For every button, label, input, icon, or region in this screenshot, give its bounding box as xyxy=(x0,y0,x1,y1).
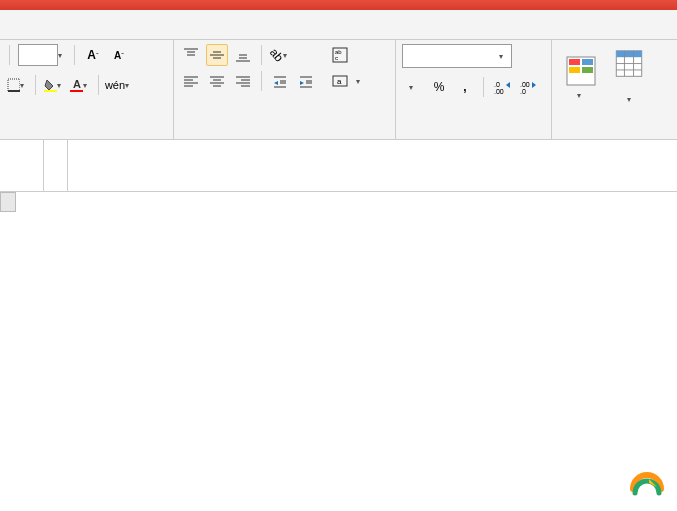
ribbon-group-number: ▾ ▾ % , .0.00 .00.0 xyxy=(396,40,552,139)
fx-button[interactable] xyxy=(44,140,68,191)
chevron-down-icon: ▾ xyxy=(409,83,417,92)
ribbon-group-label xyxy=(174,135,395,139)
chevron-down-icon: ▾ xyxy=(577,91,585,100)
conditional-fmt-icon xyxy=(565,55,597,87)
phonetic-button[interactable]: wén ▾ xyxy=(106,74,128,96)
percent-style-button[interactable]: % xyxy=(428,76,450,98)
font-size-input[interactable] xyxy=(18,44,58,66)
svg-rect-49 xyxy=(616,51,641,57)
svg-text:.0: .0 xyxy=(520,88,526,94)
align-middle-icon xyxy=(210,48,224,62)
decrease-indent-icon xyxy=(273,74,287,88)
paint-bucket-icon xyxy=(44,78,57,92)
increase-decimal-button[interactable]: .0.00 xyxy=(491,76,513,98)
align-center-icon xyxy=(210,74,224,88)
svg-rect-4 xyxy=(70,90,83,92)
chevron-down-icon: ▾ xyxy=(58,51,66,60)
svg-text:.00: .00 xyxy=(520,81,530,88)
increase-font-button[interactable]: Aˆ xyxy=(82,44,104,66)
svg-rect-47 xyxy=(582,67,593,73)
font-size-control[interactable]: ▾ xyxy=(17,44,67,66)
logo-icon xyxy=(629,469,665,505)
formula-input[interactable] xyxy=(68,140,677,191)
svg-text:.00: .00 xyxy=(494,88,504,94)
merge-icon: a xyxy=(332,73,348,89)
wrap-text-button[interactable]: abc xyxy=(325,44,371,66)
menu-bar xyxy=(0,10,677,40)
border-button[interactable]: ▾ xyxy=(6,74,28,96)
table-fmt-icon xyxy=(613,49,645,78)
name-box[interactable] xyxy=(0,140,44,191)
align-top-icon xyxy=(184,48,198,62)
watermark xyxy=(629,469,671,505)
chevron-down-icon: ▾ xyxy=(20,81,27,90)
font-color-icon: A xyxy=(70,78,83,92)
ribbon-group-font: ▾ Aˆ Aˇ ▾ ▾ A ▾ xyxy=(0,40,174,139)
comma-style-button[interactable]: , xyxy=(454,76,476,98)
orientation-button[interactable]: ab▾ xyxy=(269,44,291,66)
merge-center-button[interactable]: a ▾ xyxy=(325,70,371,92)
align-middle-button[interactable] xyxy=(206,44,228,66)
comma-icon: , xyxy=(463,80,466,94)
align-bottom-button[interactable] xyxy=(232,44,254,66)
align-top-button[interactable] xyxy=(180,44,202,66)
chevron-down-icon: ▾ xyxy=(125,81,129,90)
select-all-corner[interactable] xyxy=(0,192,16,212)
svg-rect-0 xyxy=(8,79,20,91)
ribbon-group-label xyxy=(396,135,551,139)
decrease-indent-button[interactable] xyxy=(269,70,291,92)
window-title-bar xyxy=(0,0,677,10)
svg-text:a: a xyxy=(337,77,342,86)
accounting-format-button[interactable]: ▾ xyxy=(402,76,424,98)
conditional-formatting-button[interactable]: ▾ xyxy=(558,44,604,110)
svg-rect-2 xyxy=(44,90,57,92)
border-icon xyxy=(7,78,20,92)
ribbon: ▾ Aˆ Aˇ ▾ ▾ A ▾ xyxy=(0,40,677,140)
align-right-button[interactable] xyxy=(232,70,254,92)
ribbon-group-label xyxy=(552,135,677,139)
svg-text:c: c xyxy=(335,55,338,61)
spreadsheet-grid xyxy=(0,192,677,212)
chevron-down-icon: ▾ xyxy=(356,77,364,86)
align-left-button[interactable] xyxy=(180,70,202,92)
percent-icon: % xyxy=(434,80,445,94)
format-as-table-button[interactable]: ▾ xyxy=(606,44,652,110)
chevron-down-icon: ▾ xyxy=(83,81,90,90)
formula-bar xyxy=(0,140,677,192)
svg-rect-46 xyxy=(569,67,580,73)
align-bottom-icon xyxy=(236,48,250,62)
ribbon-group-styles: ▾ ▾ xyxy=(552,40,677,139)
fill-color-button[interactable]: ▾ xyxy=(43,74,65,96)
decrease-decimal-button[interactable]: .00.0 xyxy=(517,76,539,98)
align-left-icon xyxy=(184,74,198,88)
cell-styles-button[interactable] xyxy=(654,44,668,110)
increase-decimal-icon: .0.00 xyxy=(494,80,510,94)
align-center-button[interactable] xyxy=(206,70,228,92)
font-color-button[interactable]: A ▾ xyxy=(69,74,91,96)
decrease-decimal-icon: .00.0 xyxy=(520,80,536,94)
align-right-icon xyxy=(236,74,250,88)
number-format-select[interactable]: ▾ xyxy=(402,44,512,68)
svg-rect-44 xyxy=(569,59,580,65)
svg-rect-45 xyxy=(582,59,593,65)
chevron-down-icon: ▾ xyxy=(57,81,64,90)
table-fmt-label: ▾ xyxy=(627,80,631,105)
column-headers xyxy=(0,192,677,212)
svg-text:.0: .0 xyxy=(494,81,500,88)
ribbon-group-label xyxy=(0,135,173,139)
ribbon-group-alignment: ab▾ abc a ▾ xyxy=(174,40,396,139)
increase-indent-button[interactable] xyxy=(295,70,317,92)
increase-indent-icon xyxy=(299,74,313,88)
chevron-down-icon: ▾ xyxy=(499,52,507,61)
svg-text:A: A xyxy=(73,78,81,90)
wrap-icon: abc xyxy=(332,47,348,63)
decrease-font-button[interactable]: Aˇ xyxy=(108,44,130,66)
